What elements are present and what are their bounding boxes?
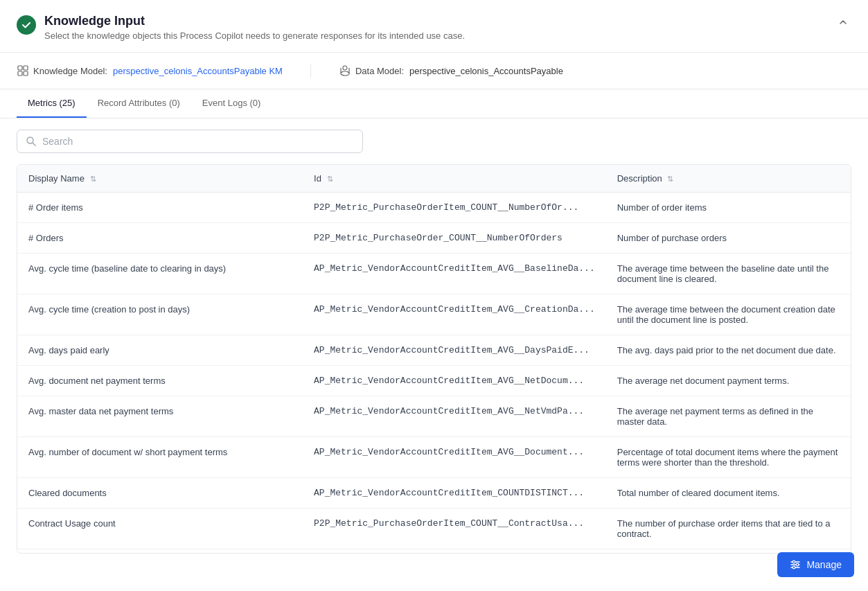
svg-point-8: [27, 137, 33, 143]
svg-rect-3: [24, 71, 28, 76]
collapse-button[interactable]: [835, 14, 851, 33]
manage-icon: [790, 559, 801, 570]
header-text: Knowledge Input Select the knowledge obj…: [44, 14, 465, 41]
km-section: Knowledge Model: perspective_celonis_Acc…: [17, 64, 283, 77]
search-section: [0, 118, 868, 164]
table-header-row: Display Name ⇅ Id ⇅ Description ⇅: [17, 165, 851, 193]
search-box: [17, 130, 363, 153]
tab-record-attributes[interactable]: Record Attributes (0): [87, 89, 191, 118]
page-title: Knowledge Input: [44, 14, 465, 28]
manage-button-container: Manage: [777, 552, 854, 577]
km-icon: Knowledge Model:: [17, 64, 107, 77]
knowledge-model-row: Knowledge Model: perspective_celonis_Acc…: [0, 53, 868, 89]
display-name-cell: Avg. number of document w/ short payment…: [17, 437, 303, 478]
id-cell: AP_Metric_VendorAccountCreditItem_AVG__C…: [303, 294, 606, 335]
description-cell: Percentage of total document items where…: [606, 437, 851, 478]
svg-rect-2: [18, 71, 22, 76]
svg-point-13: [793, 561, 796, 563]
display-name-cell: Contract Usage count: [17, 509, 303, 549]
table-row: Contract Usage count P2P_Metric_Purchase…: [17, 509, 851, 549]
data-model-section: Data Model: perspective_celonis_Accounts…: [339, 64, 563, 77]
tab-metrics[interactable]: Metrics (25): [17, 89, 87, 118]
id-cell: P2P_Metric_PurchaseOrderItem_COUNT__Cont…: [303, 509, 606, 549]
display-name-cell: # Orders: [17, 223, 303, 254]
svg-point-5: [341, 71, 349, 76]
sort-icon-desc[interactable]: ⇅: [667, 175, 673, 184]
table-row: Percentage of purchase order items where…: [17, 549, 851, 554]
id-cell: [303, 549, 606, 554]
svg-line-9: [33, 143, 36, 146]
display-name-cell: Cleared documents: [17, 478, 303, 509]
id-cell: P2P_Metric_PurchaseOrder_COUNT__NumberOf…: [303, 223, 606, 254]
header-left: Knowledge Input Select the knowledge obj…: [17, 14, 465, 41]
id-cell: AP_Metric_VendorAccountCreditItem_AVG__B…: [303, 254, 606, 294]
display-name-cell: # Order items: [17, 193, 303, 223]
table-row: Avg. cycle time (baseline date to cleari…: [17, 254, 851, 294]
id-cell: AP_Metric_VendorAccountCreditItem_AVG__D…: [303, 437, 606, 478]
description-cell: The average net document payment terms.: [606, 366, 851, 396]
check-icon: [17, 15, 36, 35]
table-scroll[interactable]: Display Name ⇅ Id ⇅ Description ⇅: [17, 165, 851, 553]
id-cell: P2P_Metric_PurchaseOrderItem_COUNT__Numb…: [303, 193, 606, 223]
manage-button-label: Manage: [806, 559, 842, 570]
tab-event-logs[interactable]: Event Logs (0): [191, 89, 272, 118]
table-row: Avg. number of document w/ short payment…: [17, 437, 851, 478]
search-icon: [26, 136, 37, 147]
km-value[interactable]: perspective_celonis_AccountsPayable KM: [113, 66, 283, 76]
search-input[interactable]: [42, 136, 354, 147]
table-container: Display Name ⇅ Id ⇅ Description ⇅: [17, 164, 851, 554]
metrics-table: Display Name ⇅ Id ⇅ Description ⇅: [17, 165, 851, 553]
data-model-label-text: Data Model:: [355, 66, 404, 76]
km-divider: [310, 64, 311, 78]
sort-icon-display[interactable]: ⇅: [90, 175, 96, 184]
display-name-cell: Avg. cycle time (creation to post in day…: [17, 294, 303, 335]
id-cell: AP_Metric_VendorAccountCreditItem_AVG__D…: [303, 335, 606, 366]
svg-point-15: [793, 566, 796, 569]
page-subtitle: Select the knowledge objects this Proces…: [44, 30, 465, 41]
display-name-cell: Avg. days paid early: [17, 335, 303, 366]
id-cell: AP_Metric_VendorAccountCreditItem_COUNTD…: [303, 478, 606, 509]
table-body: # Order items P2P_Metric_PurchaseOrderIt…: [17, 193, 851, 554]
id-cell: AP_Metric_VendorAccountCreditItem_AVG__N…: [303, 366, 606, 396]
svg-rect-1: [24, 66, 28, 70]
description-cell: Total number of cleared document items.: [606, 478, 851, 509]
display-name-cell: Avg. document net payment terms: [17, 366, 303, 396]
manage-button[interactable]: Manage: [777, 552, 854, 577]
column-header-id[interactable]: Id ⇅: [303, 165, 606, 193]
description-cell: The average time between the document cr…: [606, 294, 851, 335]
table-row: Avg. days paid early AP_Metric_VendorAcc…: [17, 335, 851, 366]
description-cell: The avg. days paid prior to the net docu…: [606, 335, 851, 366]
display-name-cell: [17, 549, 303, 554]
svg-rect-0: [18, 66, 22, 70]
svg-point-4: [343, 66, 347, 70]
tabs-container: Metrics (25) Record Attributes (0) Event…: [0, 89, 868, 118]
table-row: Avg. master data net payment terms AP_Me…: [17, 396, 851, 437]
table-row: Avg. cycle time (creation to post in day…: [17, 294, 851, 335]
column-header-description[interactable]: Description ⇅: [606, 165, 851, 193]
description-cell: Number of purchase orders: [606, 223, 851, 254]
display-name-cell: Avg. master data net payment terms: [17, 396, 303, 437]
km-label-text: Knowledge Model:: [33, 66, 107, 76]
column-header-display-name[interactable]: Display Name ⇅: [17, 165, 303, 193]
description-cell: The average net payment terms as defined…: [606, 396, 851, 437]
svg-point-14: [797, 563, 799, 566]
sort-icon-id[interactable]: ⇅: [327, 175, 333, 184]
display-name-cell: Avg. cycle time (baseline date to cleari…: [17, 254, 303, 294]
table-row: # Order items P2P_Metric_PurchaseOrderIt…: [17, 193, 851, 223]
header: Knowledge Input Select the knowledge obj…: [0, 0, 868, 53]
table-row: Cleared documents AP_Metric_VendorAccoun…: [17, 478, 851, 509]
data-model-label-group: Data Model:: [339, 64, 404, 77]
description-cell: The average time between the baseline da…: [606, 254, 851, 294]
description-cell: Number of order items: [606, 193, 851, 223]
table-row: Avg. document net payment terms AP_Metri…: [17, 366, 851, 396]
description-cell: The number of purchase order items that …: [606, 509, 851, 549]
data-model-value: perspective_celonis_AccountsPayable: [409, 66, 563, 76]
id-cell: AP_Metric_VendorAccountCreditItem_AVG__N…: [303, 396, 606, 437]
table-row: # Orders P2P_Metric_PurchaseOrder_COUNT_…: [17, 223, 851, 254]
page-container: Knowledge Input Select the knowledge obj…: [0, 0, 868, 591]
